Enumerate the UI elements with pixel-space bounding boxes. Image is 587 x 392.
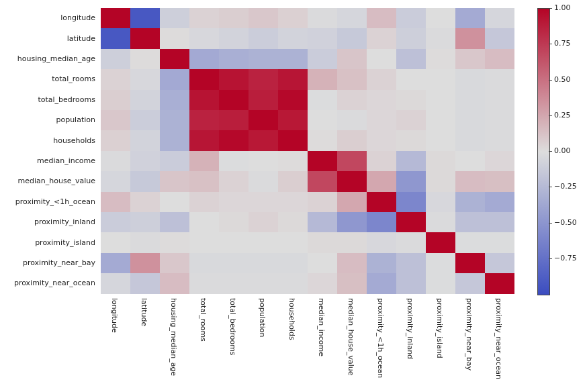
heatmap-cell	[130, 192, 160, 212]
heatmap-cell	[101, 232, 130, 252]
heatmap-cell	[308, 28, 337, 48]
heatmap-cell	[160, 253, 189, 273]
heatmap-cell	[426, 253, 455, 273]
heatmap-cell	[367, 212, 396, 232]
heatmap-cell	[249, 110, 278, 130]
heatmap-cell	[308, 110, 337, 130]
heatmap-cell	[337, 49, 367, 69]
heatmap-cell	[485, 151, 514, 171]
heatmap-cell	[278, 232, 308, 252]
heatmap-cell	[426, 192, 455, 212]
heatmap-cell	[455, 49, 485, 69]
heatmap-cell	[249, 90, 278, 110]
heatmap-cell	[396, 171, 426, 191]
correlation-heatmap: longitudelatitudehousing_median_agetotal…	[0, 0, 587, 392]
heatmap-cell	[367, 151, 396, 171]
heatmap-cell	[485, 192, 514, 212]
colorbar-tick-label: −0.50	[554, 218, 577, 227]
heatmap-cell	[249, 273, 278, 293]
heatmap-cell	[367, 273, 396, 293]
heatmap-cell	[396, 28, 426, 48]
heatmap-cell	[278, 192, 308, 212]
heatmap-cell	[337, 69, 367, 89]
heatmap-cell	[219, 232, 249, 252]
heatmap-cell	[130, 273, 160, 293]
heatmap-cell	[308, 171, 337, 191]
heatmap-cell	[426, 28, 455, 48]
heatmap-cell	[130, 28, 160, 48]
heatmap-cell	[101, 192, 130, 212]
x-tick-label: total_bedrooms	[228, 298, 237, 356]
heatmap-cell	[396, 212, 426, 232]
x-tick-label: latitude	[140, 298, 148, 326]
heatmap-cell	[130, 212, 160, 232]
heatmap-cell	[160, 69, 189, 89]
heatmap-cell	[249, 253, 278, 273]
heatmap-cell	[367, 28, 396, 48]
heatmap-cell	[189, 232, 219, 252]
heatmap-cell	[130, 49, 160, 69]
heatmap-cell	[101, 90, 130, 110]
heatmap-cell	[426, 273, 455, 293]
y-tick-label: total_rooms	[0, 75, 95, 83]
heatmap-cell	[485, 8, 514, 28]
heatmap-cell	[485, 28, 514, 48]
heatmap-cell	[130, 69, 160, 89]
heatmap-cell	[367, 253, 396, 273]
colorbar-tick	[549, 187, 552, 187]
heatmap-cell	[130, 253, 160, 273]
heatmap-cell	[249, 49, 278, 69]
heatmap-cell	[308, 130, 337, 150]
heatmap-cell	[189, 171, 219, 191]
heatmap-cell	[337, 28, 367, 48]
heatmap-cell	[160, 49, 189, 69]
heatmap-cell	[189, 69, 219, 89]
heatmap-cell	[219, 8, 249, 28]
heatmap-cell	[160, 171, 189, 191]
colorbar-tick-label: −0.25	[554, 182, 577, 191]
heatmap-cell	[396, 110, 426, 130]
heatmap-cell	[189, 49, 219, 69]
heatmap-cell	[337, 212, 367, 232]
heatmap-cell	[130, 130, 160, 150]
heatmap-cell	[426, 110, 455, 130]
colorbar-tick	[549, 8, 552, 9]
heatmap-cell	[160, 192, 189, 212]
x-tick-label: proximity_<1h_ocean	[376, 298, 385, 378]
heatmap-cell	[249, 69, 278, 89]
heatmap-cell	[249, 232, 278, 252]
heatmap-cell	[219, 192, 249, 212]
heatmap-cell	[219, 130, 249, 150]
heatmap-cell	[249, 28, 278, 48]
heatmap-cell	[455, 253, 485, 273]
heatmap-cell	[101, 212, 130, 232]
heatmap-cell	[308, 192, 337, 212]
heatmap-cell	[485, 232, 514, 252]
heatmap-cell	[485, 253, 514, 273]
heatmap-cell	[308, 232, 337, 252]
heatmap-cell	[396, 49, 426, 69]
heatmap-cell	[101, 8, 130, 28]
heatmap-cell	[160, 273, 189, 293]
heatmap-cell	[219, 253, 249, 273]
colorbar-tick	[549, 115, 552, 116]
heatmap-cell	[367, 69, 396, 89]
heatmap-cell	[337, 151, 367, 171]
colorbar-tick	[549, 80, 552, 81]
heatmap-cell	[130, 151, 160, 171]
x-tick-label: households	[287, 298, 296, 340]
heatmap-cell	[455, 28, 485, 48]
heatmap-cell	[337, 192, 367, 212]
heatmap-cell	[278, 151, 308, 171]
heatmap-cell	[485, 49, 514, 69]
heatmap-cell	[249, 171, 278, 191]
heatmap-cell	[189, 90, 219, 110]
heatmap-cell	[219, 171, 249, 191]
heatmap-cell	[308, 69, 337, 89]
heatmap-cell	[101, 49, 130, 69]
x-tick-label: longitude	[110, 298, 119, 333]
heatmap-cell	[337, 232, 367, 252]
heatmap-cell	[455, 151, 485, 171]
heatmap-cell	[219, 212, 249, 232]
heatmap-cell	[249, 192, 278, 212]
